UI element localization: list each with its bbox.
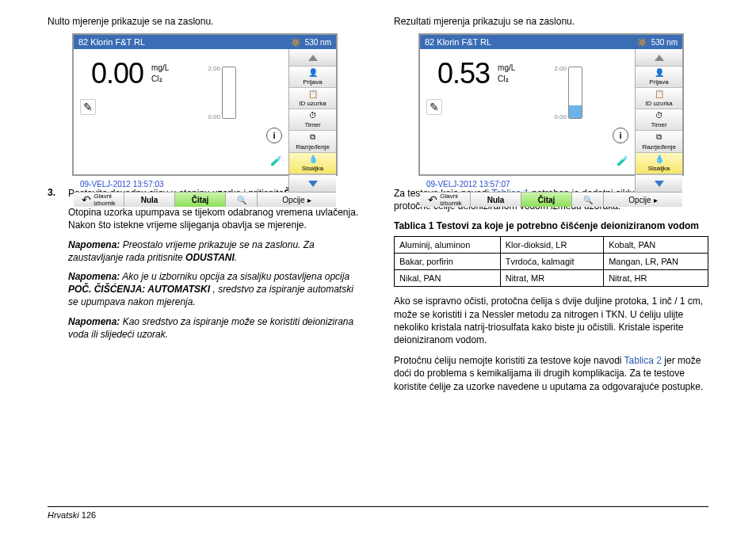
page-footer: Hrvatski 126 <box>48 506 708 520</box>
right-para2: Ako se ispravno očisti, protočna ćelija … <box>394 295 708 346</box>
svg-marker-1 <box>308 181 318 187</box>
side-razrjedjenje[interactable]: ⧉Razrjeđenje <box>636 131 682 153</box>
side-timer[interactable]: ⏱Timer <box>289 109 336 131</box>
gauge <box>568 67 582 119</box>
reading-units: mg/L Cl₂ <box>498 63 515 85</box>
opcije-button[interactable]: Opcije ▸ <box>604 193 682 207</box>
sample-icon[interactable]: 🧪 <box>270 155 282 166</box>
device-nm: 530 nm <box>305 38 331 47</box>
down-arrow-button[interactable] <box>289 174 336 192</box>
citaj-button[interactable]: Čitaj <box>175 193 226 207</box>
svg-marker-3 <box>655 181 664 187</box>
datetime: 09-VELJ-2012 13:57:07 <box>426 180 628 189</box>
table-row: Aluminij, aluminonKlor-dioksid, LRKobalt… <box>395 237 708 254</box>
device-screenshot-result: 82 Klorin F&T RL 🔆 530 nm 0.53 mg/L Cl₂ <box>418 33 684 176</box>
left-intro: Nulto mjerenje prikazuje se na zaslonu. <box>48 16 362 27</box>
side-razrjedjenje[interactable]: ⧉Razrjeđenje <box>289 131 336 153</box>
gauge-labels: 2.00 0.00 <box>554 65 567 162</box>
device-title: 82 Klorin F&T RL <box>78 37 145 47</box>
svg-marker-2 <box>655 55 664 61</box>
reading-value: 0.53 <box>437 57 490 90</box>
nula-button[interactable]: Nula <box>124 193 175 207</box>
side-sisaljka[interactable]: 💧Sisaljka <box>289 153 336 174</box>
gauge-labels: 2.00 0.00 <box>208 65 220 162</box>
up-arrow-button[interactable] <box>289 49 336 67</box>
up-arrow-button[interactable] <box>636 49 682 67</box>
table-row: Nikal, PANNitrat, MRNitrat, HR <box>395 270 708 287</box>
device-sidebar: 👤Prijava 📋ID uzorka ⏱Timer ⧉Razrjeđenje … <box>288 49 336 192</box>
device-title: 82 Klorin F&T RL <box>425 37 491 47</box>
zoom-button[interactable]: 🔍 <box>226 193 258 207</box>
home-button[interactable]: ↶Glavniizbornik <box>74 193 124 207</box>
device-header: 82 Klorin F&T RL 🔆 530 nm <box>420 35 682 49</box>
table-row: Bakar, porfirinTvrdoća, kalmagitMangan, … <box>395 254 708 270</box>
table1: Aluminij, aluminonKlor-dioksid, LRKobalt… <box>394 236 708 287</box>
device-sidebar: 👤Prijava 📋ID uzorka ⏱Timer ⧉Razrjeđenje … <box>635 49 682 192</box>
zoom-button[interactable]: 🔍 <box>572 193 604 207</box>
citaj-button[interactable]: Čitaj <box>521 193 572 207</box>
right-intro: Rezultati mjerenja prikazuju se na zaslo… <box>394 16 708 27</box>
svg-marker-0 <box>308 55 318 61</box>
edit-icon[interactable]: ✎ <box>426 99 442 115</box>
datetime: 09-VELJ-2012 13:57:03 <box>80 180 282 189</box>
side-timer[interactable]: ⏱Timer <box>636 109 682 131</box>
home-button[interactable]: ↶Glavniizbornik <box>420 193 471 207</box>
device-header: 82 Klorin F&T RL 🔆 530 nm <box>74 35 336 49</box>
reading-value: 0.00 <box>91 57 143 90</box>
table1-title: Tablica 1 Testovi za koje je potrebno či… <box>394 220 708 231</box>
side-id-uzorka[interactable]: 📋ID uzorka <box>636 88 682 109</box>
nula-button[interactable]: Nula <box>471 193 521 207</box>
right-para3: Protočnu ćeliju nemojte koristiti za tes… <box>394 354 708 393</box>
info-icon[interactable]: i <box>266 128 282 143</box>
step-body: Postavite dovodnu cijev u otopinu uzorka… <box>68 187 362 347</box>
device-footer: ↶Glavniizbornik Nula Čitaj 🔍 Opcije ▸ <box>420 192 682 207</box>
info-icon[interactable]: i <box>613 128 628 143</box>
down-arrow-button[interactable] <box>636 174 682 192</box>
device-nm: 530 nm <box>651 38 678 47</box>
step-number: 3. <box>48 187 60 347</box>
side-sisaljka[interactable]: 💧Sisaljka <box>636 153 682 174</box>
device-screenshot-zero: 82 Klorin F&T RL 🔆 530 nm 0.00 mg/L Cl₂ <box>72 33 338 176</box>
link-tablica2[interactable]: Tablica 2 <box>624 355 662 366</box>
gauge <box>222 67 236 119</box>
reading-units: mg/L Cl₂ <box>151 63 169 85</box>
edit-icon[interactable]: ✎ <box>80 99 96 115</box>
device-footer: ↶Glavniizbornik Nula Čitaj 🔍 Opcije ▸ <box>74 192 336 207</box>
opcije-button[interactable]: Opcije ▸ <box>258 193 336 207</box>
sample-icon[interactable]: 🧪 <box>617 155 628 166</box>
side-id-uzorka[interactable]: 📋ID uzorka <box>289 88 336 109</box>
side-prijava[interactable]: 👤Prijava <box>289 67 336 88</box>
lamp-icon: 🔆 <box>637 38 647 47</box>
side-prijava[interactable]: 👤Prijava <box>636 67 682 88</box>
lamp-icon: 🔆 <box>291 38 300 47</box>
